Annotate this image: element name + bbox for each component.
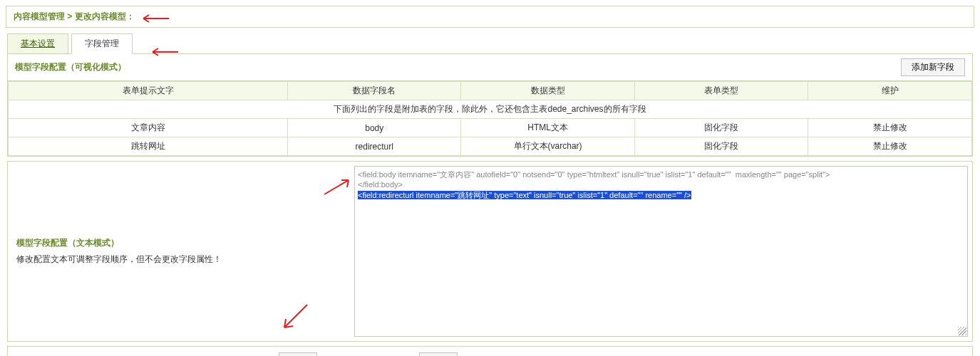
- code-line-selected: <field:redirecturl itemname="跳转网址" type=…: [358, 191, 691, 199]
- cell-dtype: 单行文本(varchar): [461, 137, 634, 156]
- breadcrumb-root[interactable]: 内容模型管理: [14, 11, 65, 21]
- text-config-panel: 模型字段配置（文本模式） 修改配置文本可调整字段顺序，但不会更改字段属性！ <f…: [7, 161, 973, 342]
- tab-basic-settings[interactable]: 基本设置: [7, 33, 68, 54]
- text-config-title: 模型字段配置（文本模式）: [16, 237, 341, 249]
- tabs-row: 基本设置 字段管理: [0, 33, 980, 54]
- cell-op: 禁止修改: [808, 119, 972, 137]
- code-line: <field:body itemname="文章内容" autofield="0…: [358, 169, 964, 179]
- arrow-annotation-icon: [148, 47, 177, 54]
- tab-field-management[interactable]: 字段管理: [71, 33, 133, 54]
- breadcrumb-current: 更改内容模型：: [75, 11, 135, 21]
- table-row: 跳转网址 redirecturl 单行文本(varchar) 固化字段 禁止修改: [9, 137, 972, 156]
- table-note-cell: 下面列出的字段是附加表的字段，除此外，它还包含主表dede_archives的所…: [9, 100, 972, 119]
- text-config-desc: 修改配置文本可调整字段顺序，但不会更改字段属性！: [16, 253, 341, 266]
- cell-prompt: 文章内容: [9, 119, 288, 137]
- table-note-row: 下面列出的字段是附加表的字段，除此外，它还包含主表dede_archives的所…: [9, 100, 972, 119]
- visual-config-header: 模型字段配置（可视化模式） 添加新字段: [8, 54, 972, 81]
- ok-button[interactable]: 确定: [279, 352, 317, 356]
- breadcrumb-sep: >: [65, 11, 75, 21]
- cell-op: 禁止修改: [808, 137, 972, 156]
- arrow-annotation-icon: [321, 176, 353, 199]
- bottom-button-bar: 确定 返回: [7, 346, 973, 356]
- fields-table: 表单提示文字 数据字段名 数据类型 表单类型 维护 下面列出的字段是附加表的字段…: [8, 81, 972, 156]
- visual-config-title: 模型字段配置（可视化模式）: [15, 61, 126, 73]
- back-button[interactable]: 返回: [419, 352, 458, 356]
- arrow-annotation-icon: [279, 302, 310, 335]
- resize-grip-icon[interactable]: [958, 327, 966, 335]
- field-config-textarea[interactable]: <field:body itemname="文章内容" autofield="0…: [354, 166, 968, 337]
- th-field: 数据字段名: [288, 82, 461, 100]
- th-op: 维护: [808, 82, 972, 100]
- cell-ftype: 固化字段: [634, 119, 808, 137]
- text-config-right: <field:body itemname="文章内容" autofield="0…: [350, 162, 972, 341]
- cell-field: body: [288, 119, 461, 137]
- arrow-annotation-icon: [139, 14, 167, 21]
- cell-ftype: 固化字段: [634, 137, 808, 156]
- visual-config-panel: 模型字段配置（可视化模式） 添加新字段 表单提示文字 数据字段名 数据类型 表单…: [7, 53, 973, 157]
- cell-field: redirecturl: [288, 137, 461, 156]
- th-dtype: 数据类型: [461, 82, 634, 100]
- add-field-button[interactable]: 添加新字段: [901, 58, 965, 76]
- cell-prompt: 跳转网址: [9, 137, 288, 156]
- table-header-row: 表单提示文字 数据字段名 数据类型 表单类型 维护: [9, 82, 972, 100]
- text-config-left: 模型字段配置（文本模式） 修改配置文本可调整字段顺序，但不会更改字段属性！: [8, 162, 350, 341]
- table-row: 文章内容 body HTML文本 固化字段 禁止修改: [9, 119, 972, 137]
- tab-field-label: 字段管理: [85, 38, 119, 48]
- th-ftype: 表单类型: [634, 82, 808, 100]
- breadcrumb: 内容模型管理 > 更改内容模型：: [6, 6, 974, 28]
- tab-basic-label: 基本设置: [21, 38, 55, 48]
- cell-dtype: HTML文本: [461, 119, 634, 137]
- th-prompt: 表单提示文字: [9, 82, 288, 100]
- code-line: </field:body>: [358, 179, 964, 189]
